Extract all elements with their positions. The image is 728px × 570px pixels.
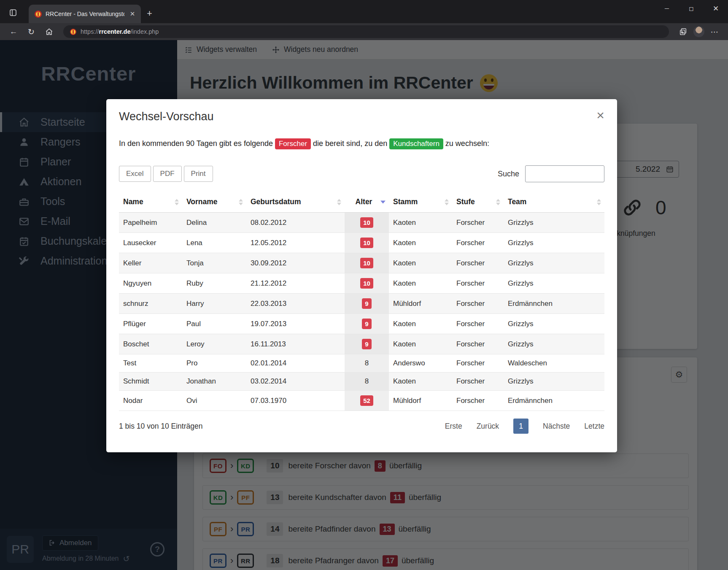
close-window-icon[interactable]: ✕ [704, 0, 728, 17]
sort-desc-icon [380, 200, 386, 203]
url-text: https://rrcenter.de/index.php [81, 28, 159, 35]
wechsel-table: Name Vorname Geburtsdatum Alter Stamm St… [119, 192, 604, 411]
pagination-page-1[interactable]: 1 [513, 419, 528, 434]
modal-intro: In den kommenden 90 Tagen gibt es folgen… [119, 138, 604, 149]
column-header-vorname[interactable]: Vorname [182, 192, 246, 213]
table-row[interactable]: BoschetLeroy16.11.2013 9 KaotenForscherG… [119, 334, 604, 354]
sort-icon [337, 199, 341, 205]
table-row[interactable]: TestPro02.01.2014 8 AnderswoForscherWald… [119, 354, 604, 373]
site-favicon [70, 29, 76, 35]
new-tab-button[interactable]: + [147, 9, 152, 18]
column-header-team[interactable]: Team [504, 192, 604, 213]
table-row[interactable]: LauseckerLena12.05.2012 10 KaotenForsche… [119, 233, 604, 253]
wechsel-vorschau-modal: Wechsel-Vorschau × In den kommenden 90 T… [106, 99, 617, 452]
browser-toolbar: ← ↻ https://rrcenter.de/index.php ⋯ [0, 23, 728, 40]
back-icon[interactable]: ← [6, 25, 21, 38]
browser-profile-avatar[interactable] [693, 26, 704, 37]
age-badge: 10 [360, 238, 373, 248]
pagination-last[interactable]: Letzte [584, 422, 604, 431]
close-modal-icon[interactable]: × [596, 110, 604, 120]
age-value: 8 [365, 377, 369, 385]
age-badge: 9 [362, 319, 371, 329]
age-badge: 9 [362, 298, 371, 309]
print-button[interactable]: Print [184, 166, 213, 182]
age-value: 8 [365, 359, 369, 367]
column-header-name[interactable]: Name [119, 192, 182, 213]
sort-icon [175, 199, 179, 205]
pagination-first[interactable]: Erste [445, 422, 462, 431]
close-tab-icon[interactable]: ✕ [128, 10, 137, 18]
tab-actions-icon[interactable] [7, 6, 19, 19]
modal-title: Wechsel-Vorschau [119, 110, 214, 123]
pagination: Erste Zurück 1 Nächste Letzte [445, 419, 604, 434]
tab-title: RRCenter - Das Verwaltungstool [46, 11, 124, 17]
home-icon[interactable] [41, 25, 57, 38]
table-row[interactable]: KellerTonja30.09.2012 10 KaotenForscherG… [119, 253, 604, 273]
age-badge: 10 [360, 278, 373, 289]
column-header-alter[interactable]: Alter [345, 192, 389, 213]
maximize-icon[interactable]: ◻ [679, 0, 704, 17]
table-row[interactable]: schnurzHarry22.03.2013 9 MühldorfForsche… [119, 294, 604, 314]
table-row[interactable]: SchmidtJonathan03.02.2014 8 KaotenForsch… [119, 373, 604, 391]
pagination-prev[interactable]: Zurück [477, 422, 499, 431]
kundschafter-badge: Kundschaftern [389, 138, 443, 149]
minimize-icon[interactable]: ─ [655, 0, 679, 17]
column-header-stamm[interactable]: Stamm [389, 192, 452, 213]
forscher-badge: Forscher [275, 138, 311, 149]
table-row[interactable]: NodarOvi07.03.1970 52 MühldorfForscherEr… [119, 391, 604, 411]
page-content: RRCenter Startseite Rangers Planer Aktio… [0, 40, 728, 570]
browser-tab-strip: RRCenter - Das Verwaltungstool ✕ + ─ ◻ ✕ [0, 0, 728, 23]
table-row[interactable]: PapelheimDelina08.02.2012 10 KaotenForsc… [119, 213, 604, 233]
table-row[interactable]: NgyuyenRuby21.12.2012 10 KaotenForscherG… [119, 273, 604, 294]
table-row[interactable]: PflügerPaul19.07.2013 9 KaotenForscherGr… [119, 314, 604, 334]
sort-icon [597, 199, 601, 205]
sort-icon [445, 199, 449, 205]
collections-icon[interactable] [676, 25, 691, 38]
age-badge: 52 [360, 395, 373, 406]
column-header-geburtsdatum[interactable]: Geburtsdatum [246, 192, 345, 213]
export-excel-button[interactable]: Excel [119, 166, 151, 182]
reload-icon[interactable]: ↻ [24, 25, 39, 38]
address-bar[interactable]: https://rrcenter.de/index.php [63, 25, 669, 38]
age-badge: 10 [360, 258, 373, 268]
browser-window: RRCenter - Das Verwaltungstool ✕ + ─ ◻ ✕… [0, 0, 728, 570]
table-info: 1 bis 10 von 10 Einträgen [119, 422, 202, 431]
column-header-stufe[interactable]: Stufe [452, 192, 504, 213]
site-favicon [35, 11, 42, 18]
search-input[interactable] [525, 165, 604, 182]
age-badge: 9 [362, 339, 371, 349]
sort-icon [239, 199, 243, 205]
browser-tab[interactable]: RRCenter - Das Verwaltungstool ✕ [29, 5, 141, 23]
pagination-next[interactable]: Nächste [543, 422, 570, 431]
search-label: Suche [498, 170, 519, 178]
export-pdf-button[interactable]: PDF [153, 166, 182, 182]
sort-icon [496, 199, 500, 205]
browser-menu-icon[interactable]: ⋯ [707, 25, 722, 38]
age-badge: 10 [360, 217, 373, 228]
